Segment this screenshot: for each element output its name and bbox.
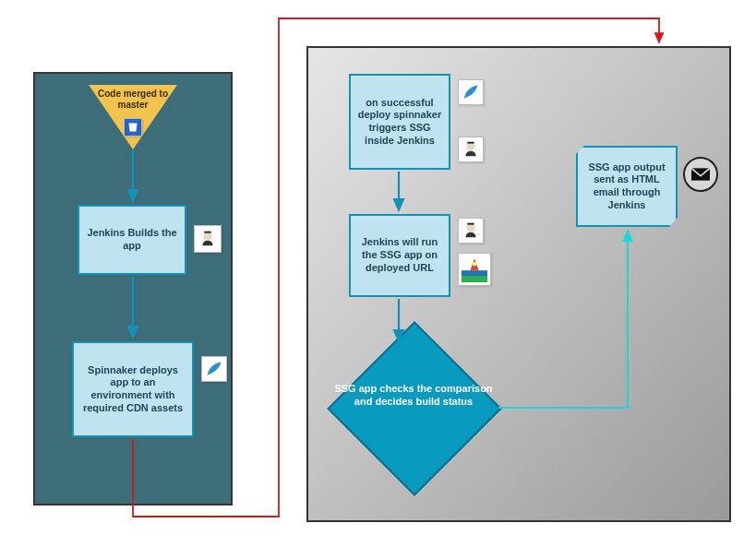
node-merge-label: Code merged to master [89, 89, 177, 110]
node-run-label: Jenkins will run the SSG app on deployed… [356, 236, 443, 274]
svg-rect-3 [467, 142, 474, 144]
svg-rect-9 [462, 276, 487, 282]
node-jenkins-build-label: Jenkins Builds the app [85, 227, 179, 253]
svg-point-8 [473, 262, 477, 267]
node-spinnaker-deploy-label: Spinnaker deploys app to an environment … [79, 364, 186, 415]
jenkins-icon [458, 218, 484, 244]
spinnaker-icon [201, 356, 227, 382]
jenkins-icon [194, 225, 222, 253]
node-jenkins-build: Jenkins Builds the app [78, 205, 186, 275]
email-icon [683, 157, 718, 192]
svg-rect-5 [467, 223, 474, 225]
spinnaker-icon [458, 79, 484, 105]
jenkins-icon [458, 137, 484, 162]
node-trigger-label: on successful deploy spinnaker triggers … [356, 97, 443, 148]
node-email-label: SSG app output sent as HTML email throug… [585, 161, 668, 212]
lighthouse-icon [458, 253, 491, 286]
node-check-label: SSG app checks the comparison and decide… [334, 382, 493, 409]
node-run: Jenkins will run the SSG app on deployed… [349, 214, 450, 297]
node-trigger: on successful deploy spinnaker triggers … [349, 74, 450, 170]
node-email-note: SSG app output sent as HTML email throug… [576, 146, 678, 227]
svg-rect-1 [204, 232, 210, 233]
bitbucket-icon [124, 118, 142, 137]
node-spinnaker-deploy: Spinnaker deploys app to an environment … [72, 341, 194, 437]
